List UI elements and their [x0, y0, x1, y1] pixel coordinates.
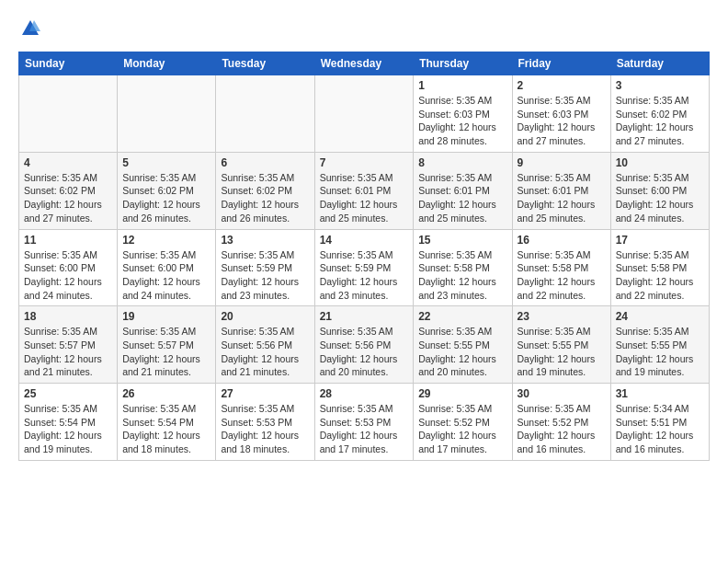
table-row: 23Sunrise: 5:35 AMSunset: 5:55 PMDayligh…	[512, 306, 610, 384]
calendar-week-row: 18Sunrise: 5:35 AMSunset: 5:57 PMDayligh…	[19, 306, 710, 384]
calendar-week-row: 25Sunrise: 5:35 AMSunset: 5:54 PMDayligh…	[19, 384, 710, 461]
day-info: Sunrise: 5:35 AMSunset: 6:02 PMDaylight:…	[616, 94, 704, 148]
day-info: Sunrise: 5:35 AMSunset: 5:53 PMDaylight:…	[221, 402, 309, 456]
day-number: 31	[616, 387, 704, 400]
table-row: 31Sunrise: 5:34 AMSunset: 5:51 PMDayligh…	[610, 384, 709, 461]
day-info: Sunrise: 5:35 AMSunset: 6:03 PMDaylight:…	[518, 94, 606, 148]
day-info: Sunrise: 5:35 AMSunset: 6:00 PMDaylight:…	[122, 248, 210, 303]
day-number: 18	[24, 310, 112, 323]
day-info: Sunrise: 5:35 AMSunset: 6:02 PMDaylight:…	[24, 171, 112, 225]
day-info: Sunrise: 5:35 AMSunset: 5:57 PMDaylight:…	[24, 325, 112, 379]
calendar-week-row: 1Sunrise: 5:35 AMSunset: 6:03 PMDaylight…	[19, 75, 710, 153]
table-row: 24Sunrise: 5:35 AMSunset: 5:55 PMDayligh…	[610, 306, 709, 384]
table-row: 21Sunrise: 5:35 AMSunset: 5:56 PMDayligh…	[314, 306, 414, 384]
day-number: 24	[616, 310, 704, 323]
table-row: 6Sunrise: 5:35 AMSunset: 6:02 PMDaylight…	[216, 152, 314, 229]
calendar-header-wednesday: Wednesday	[314, 52, 414, 75]
day-info: Sunrise: 5:35 AMSunset: 6:00 PMDaylight:…	[616, 171, 704, 225]
day-number: 9	[518, 156, 606, 169]
table-row	[19, 75, 118, 153]
day-number: 21	[320, 310, 409, 323]
day-number: 30	[518, 387, 606, 400]
day-number: 27	[221, 387, 309, 400]
day-number: 6	[221, 156, 309, 169]
day-number: 16	[518, 234, 606, 247]
day-number: 19	[122, 310, 210, 323]
day-info: Sunrise: 5:35 AMSunset: 5:59 PMDaylight:…	[320, 248, 409, 303]
day-info: Sunrise: 5:35 AMSunset: 6:02 PMDaylight:…	[221, 171, 309, 225]
table-row: 13Sunrise: 5:35 AMSunset: 5:59 PMDayligh…	[216, 229, 314, 306]
calendar-week-row: 11Sunrise: 5:35 AMSunset: 6:00 PMDayligh…	[19, 229, 710, 306]
calendar-header-row: SundayMondayTuesdayWednesdayThursdayFrid…	[19, 52, 710, 75]
table-row	[314, 75, 414, 153]
day-number: 10	[616, 156, 704, 169]
day-info: Sunrise: 5:35 AMSunset: 5:54 PMDaylight:…	[24, 402, 112, 456]
day-number: 23	[518, 310, 606, 323]
day-number: 22	[418, 310, 506, 323]
day-number: 12	[122, 234, 210, 247]
logo-icon	[20, 18, 40, 39]
day-number: 26	[122, 387, 210, 400]
day-info: Sunrise: 5:35 AMSunset: 6:02 PMDaylight:…	[122, 171, 210, 225]
table-row: 10Sunrise: 5:35 AMSunset: 6:00 PMDayligh…	[610, 152, 709, 229]
table-row: 25Sunrise: 5:35 AMSunset: 5:54 PMDayligh…	[19, 384, 118, 461]
day-info: Sunrise: 5:35 AMSunset: 5:55 PMDaylight:…	[616, 325, 704, 379]
table-row: 14Sunrise: 5:35 AMSunset: 5:59 PMDayligh…	[314, 229, 414, 306]
day-info: Sunrise: 5:35 AMSunset: 6:01 PMDaylight:…	[518, 171, 606, 225]
table-row: 16Sunrise: 5:35 AMSunset: 5:58 PMDayligh…	[512, 229, 610, 306]
table-row: 2Sunrise: 5:35 AMSunset: 6:03 PMDaylight…	[512, 75, 610, 153]
day-info: Sunrise: 5:35 AMSunset: 5:58 PMDaylight:…	[518, 248, 606, 303]
day-info: Sunrise: 5:35 AMSunset: 5:55 PMDaylight:…	[518, 325, 606, 379]
day-number: 5	[122, 156, 210, 169]
table-row: 15Sunrise: 5:35 AMSunset: 5:58 PMDayligh…	[414, 229, 512, 306]
table-row: 5Sunrise: 5:35 AMSunset: 6:02 PMDaylight…	[118, 152, 216, 229]
table-row: 18Sunrise: 5:35 AMSunset: 5:57 PMDayligh…	[19, 306, 118, 384]
table-row: 8Sunrise: 5:35 AMSunset: 6:01 PMDaylight…	[414, 152, 512, 229]
table-row: 29Sunrise: 5:35 AMSunset: 5:52 PMDayligh…	[414, 384, 512, 461]
day-info: Sunrise: 5:35 AMSunset: 5:56 PMDaylight:…	[320, 325, 409, 379]
table-row: 26Sunrise: 5:35 AMSunset: 5:54 PMDayligh…	[118, 384, 216, 461]
table-row: 19Sunrise: 5:35 AMSunset: 5:57 PMDayligh…	[118, 306, 216, 384]
day-info: Sunrise: 5:35 AMSunset: 5:55 PMDaylight:…	[418, 325, 506, 379]
day-number: 20	[221, 310, 309, 323]
calendar-week-row: 4Sunrise: 5:35 AMSunset: 6:02 PMDaylight…	[19, 152, 710, 229]
logo	[18, 18, 40, 44]
day-info: Sunrise: 5:35 AMSunset: 5:58 PMDaylight:…	[418, 248, 506, 303]
calendar-table: SundayMondayTuesdayWednesdayThursdayFrid…	[18, 52, 710, 461]
day-info: Sunrise: 5:34 AMSunset: 5:51 PMDaylight:…	[616, 402, 704, 456]
table-row: 17Sunrise: 5:35 AMSunset: 5:58 PMDayligh…	[610, 229, 709, 306]
day-info: Sunrise: 5:35 AMSunset: 6:03 PMDaylight:…	[418, 94, 506, 148]
day-number: 11	[24, 234, 112, 247]
table-row	[216, 75, 314, 153]
day-number: 1	[418, 79, 506, 92]
day-number: 4	[24, 156, 112, 169]
calendar-header-sunday: Sunday	[19, 52, 118, 75]
day-info: Sunrise: 5:35 AMSunset: 6:01 PMDaylight:…	[320, 171, 409, 225]
table-row: 20Sunrise: 5:35 AMSunset: 5:56 PMDayligh…	[216, 306, 314, 384]
day-info: Sunrise: 5:35 AMSunset: 5:54 PMDaylight:…	[122, 402, 210, 456]
table-row: 7Sunrise: 5:35 AMSunset: 6:01 PMDaylight…	[314, 152, 414, 229]
table-row: 4Sunrise: 5:35 AMSunset: 6:02 PMDaylight…	[19, 152, 118, 229]
table-row	[118, 75, 216, 153]
day-number: 2	[518, 79, 606, 92]
table-row: 30Sunrise: 5:35 AMSunset: 5:52 PMDayligh…	[512, 384, 610, 461]
calendar-header-tuesday: Tuesday	[216, 52, 314, 75]
calendar-header-saturday: Saturday	[610, 52, 709, 75]
calendar-header-monday: Monday	[118, 52, 216, 75]
day-number: 3	[616, 79, 704, 92]
table-row: 28Sunrise: 5:35 AMSunset: 5:53 PMDayligh…	[314, 384, 414, 461]
table-row: 3Sunrise: 5:35 AMSunset: 6:02 PMDaylight…	[610, 75, 709, 153]
day-number: 25	[24, 387, 112, 400]
calendar-header-friday: Friday	[512, 52, 610, 75]
day-info: Sunrise: 5:35 AMSunset: 6:00 PMDaylight:…	[24, 248, 112, 303]
table-row: 11Sunrise: 5:35 AMSunset: 6:00 PMDayligh…	[19, 229, 118, 306]
table-row: 22Sunrise: 5:35 AMSunset: 5:55 PMDayligh…	[414, 306, 512, 384]
day-number: 7	[320, 156, 409, 169]
table-row: 1Sunrise: 5:35 AMSunset: 6:03 PMDaylight…	[414, 75, 512, 153]
day-number: 28	[320, 387, 409, 400]
table-row: 9Sunrise: 5:35 AMSunset: 6:01 PMDaylight…	[512, 152, 610, 229]
day-info: Sunrise: 5:35 AMSunset: 5:57 PMDaylight:…	[122, 325, 210, 379]
day-number: 14	[320, 234, 409, 247]
calendar-header-thursday: Thursday	[414, 52, 512, 75]
day-info: Sunrise: 5:35 AMSunset: 5:59 PMDaylight:…	[221, 248, 309, 303]
